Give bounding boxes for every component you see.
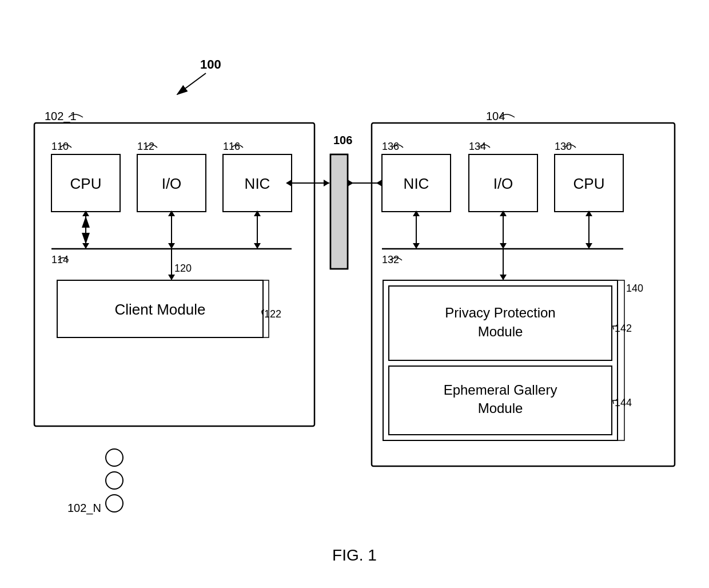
- ref-112: 112: [137, 141, 154, 152]
- svg-marker-32: [500, 243, 507, 249]
- ref-140: 140: [626, 283, 643, 294]
- privacy-module-box: [389, 286, 612, 360]
- svg-marker-35: [585, 243, 592, 249]
- ref-110: 110: [51, 141, 69, 152]
- svg-marker-18: [168, 275, 175, 280]
- privacy-module-label-line1: Privacy Protection: [445, 305, 555, 320]
- ref-106: 106: [333, 134, 352, 146]
- fig-label: FIG. 1: [332, 546, 377, 564]
- svg-marker-12: [168, 243, 175, 249]
- svg-marker-29: [413, 243, 420, 249]
- io-client-label: I/O: [162, 175, 182, 192]
- svg-marker-22: [286, 180, 292, 186]
- ref-142: 142: [615, 323, 632, 334]
- client-node-2: [106, 472, 123, 489]
- ref-102-n: 102_N: [67, 502, 101, 515]
- ref-114: 114: [51, 254, 69, 265]
- server-box: [372, 123, 675, 466]
- nic-server-label: NIC: [404, 175, 429, 192]
- ref-122: 122: [264, 308, 281, 320]
- privacy-module-label-line2: Module: [478, 324, 523, 339]
- ref-116: 116: [223, 141, 240, 152]
- svg-marker-26: [376, 180, 382, 186]
- client-module-label: Client Module: [115, 301, 206, 318]
- io-server-label: I/O: [493, 175, 513, 192]
- ref-130: 130: [555, 141, 572, 152]
- client-node-3: [106, 495, 123, 512]
- svg-marker-23: [324, 180, 329, 186]
- ref-144: 144: [615, 397, 632, 408]
- diagram-container: 100 102_1 CPU I/O NIC 110 112 116 114: [0, 0, 709, 588]
- ref-134: 134: [469, 141, 486, 152]
- svg-marker-38: [500, 275, 507, 280]
- svg-marker-9: [82, 243, 89, 249]
- svg-marker-25: [348, 180, 353, 186]
- ephemeral-module-label-line1: Ephemeral Gallery: [444, 382, 557, 398]
- svg-marker-15: [254, 243, 261, 249]
- ref-120: 120: [174, 263, 192, 274]
- svg-line-4: [177, 73, 206, 94]
- cpu-client-label: CPU: [70, 175, 102, 192]
- nic-client-label: NIC: [245, 175, 270, 192]
- ephemeral-module-label-line2: Module: [478, 400, 523, 416]
- client-node-1: [106, 449, 123, 466]
- ref-136: 136: [382, 141, 399, 152]
- ref-100: 100: [200, 57, 221, 71]
- cpu-server-label: CPU: [573, 175, 605, 192]
- svg-rect-19: [332, 156, 346, 268]
- ref-102-1: 102_1: [45, 110, 77, 123]
